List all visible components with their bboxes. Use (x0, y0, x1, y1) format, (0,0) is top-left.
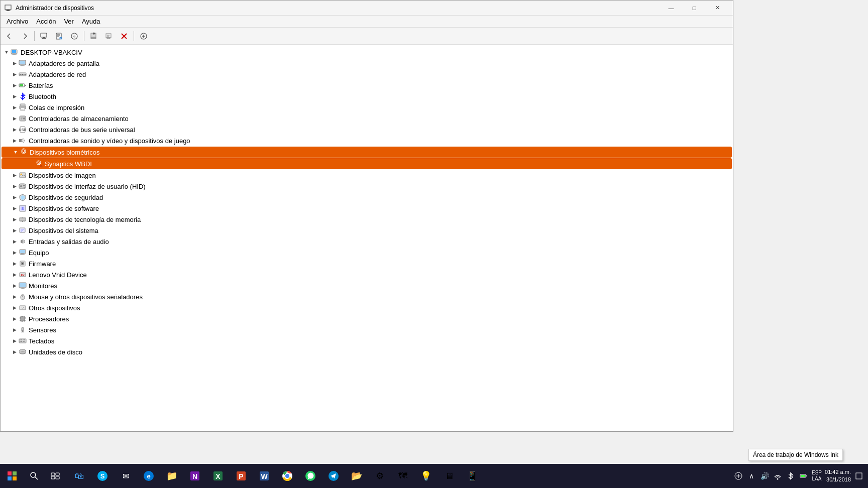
tree-item-synaptics[interactable]: ○ ! Synaptics WBDI (2, 158, 732, 169)
maps-app[interactable]: 🗺 (392, 465, 414, 487)
tree-item[interactable]: ▶ Unidades de disco (1, 346, 733, 357)
tree-item[interactable]: ▶ S Dispositivos de software (1, 203, 733, 214)
item-label: Bluetooth (29, 93, 56, 100)
menu-ayuda[interactable]: Ayuda (78, 17, 104, 26)
svg-point-46 (23, 117, 25, 119)
tree-item-biometrics[interactable]: ▼ Dispositivos biométricos (2, 147, 732, 158)
devmgr-app[interactable]: 🖥 (438, 465, 460, 487)
tree-item[interactable]: ▶ Firmware (1, 258, 733, 269)
help-button[interactable]: ? (67, 30, 81, 43)
tree-item-bluetooth[interactable]: ▶ Bluetooth (1, 91, 733, 102)
tree-item[interactable]: ▶ Controladoras de almacenamiento (1, 113, 733, 124)
update-driver-button[interactable] (87, 30, 101, 43)
excel-app[interactable]: X (207, 465, 229, 487)
forward-button[interactable] (18, 30, 32, 43)
menu-archivo[interactable]: Archivo (3, 17, 32, 26)
svg-rect-117 (20, 341, 21, 342)
security-icon (19, 193, 27, 201)
tree-item[interactable]: ▶ Entradas y salidas de audio (1, 236, 733, 247)
tree-item[interactable]: ▶ (1, 313, 733, 324)
start-button[interactable] (0, 464, 24, 488)
pen-workspace-icon[interactable] (733, 471, 743, 481)
scan-changes-button[interactable] (102, 30, 116, 43)
store-app[interactable]: 🛍 (68, 465, 90, 487)
tree-item[interactable]: ▶ ? Otros dispositivos (1, 302, 733, 313)
item-label: Dispositivos de seguridad (29, 194, 103, 201)
svg-rect-132 (56, 476, 59, 479)
edge-app[interactable]: e (138, 465, 160, 487)
svg-rect-40 (20, 84, 23, 86)
tree-item[interactable]: ▶ Adaptadores de red (1, 69, 733, 80)
powerpoint-app[interactable]: P (230, 465, 252, 487)
files-app[interactable]: 📂 (346, 465, 368, 487)
minimize-button[interactable]: — (660, 1, 683, 16)
svg-rect-3 (41, 33, 47, 37)
toolbar-separator-2 (84, 31, 84, 41)
telegram-app[interactable] (322, 465, 345, 487)
word-app[interactable]: W (253, 465, 275, 487)
tree-item[interactable]: ▶ LV Lenovo Vhid Device (1, 269, 733, 280)
svg-text:P: P (239, 472, 243, 480)
network-icon (19, 70, 27, 78)
tree-item[interactable]: ▶ Colas de impresión (1, 102, 733, 113)
item-label: Colas de impresión (29, 104, 84, 111)
svg-rect-68 (22, 217, 23, 218)
tree-item[interactable]: ▶ Dispositivos del sistema (1, 225, 733, 236)
menu-ver[interactable]: Ver (60, 17, 78, 26)
svg-rect-39 (25, 85, 26, 86)
speaker-icon[interactable]: 🔊 (759, 471, 770, 481)
chrome-app[interactable] (276, 465, 298, 487)
settings-app[interactable]: ⚙ (369, 465, 391, 487)
mail-app[interactable]: ✉ (115, 465, 137, 487)
search-button[interactable] (24, 466, 44, 486)
keyboard-icon (19, 337, 27, 345)
tree-item[interactable]: ▶ USB Controladoras de bus serie univers… (1, 124, 733, 135)
svg-rect-78 (20, 250, 25, 253)
tree-root-item[interactable]: ▼ DESKTOP-VBAKCIV (1, 47, 733, 58)
show-computer-button[interactable] (37, 30, 51, 43)
tree-item[interactable]: ▶ Dispositivos de seguridad (1, 192, 733, 203)
svg-rect-76 (21, 231, 22, 231)
add-legacy-button[interactable] (137, 30, 151, 43)
tree-item[interactable]: ▶ Teclados (1, 335, 733, 346)
onenote-app[interactable]: N (184, 465, 206, 487)
whatsapp-app[interactable] (299, 465, 321, 487)
item-label: Dispositivos biométricos (30, 149, 99, 156)
network-icon[interactable] (773, 471, 783, 481)
language-indicator[interactable]: ESP LAA (812, 470, 822, 482)
tree-item[interactable]: ▶ Adaptadores de pantalla (1, 58, 733, 69)
tree-item[interactable]: ▶ Dispositivos de imagen (1, 170, 733, 181)
maximize-button[interactable]: □ (683, 1, 706, 16)
bluetooth-systray-icon[interactable] (786, 471, 796, 481)
expander: ▶ (11, 103, 19, 111)
chevron-up-icon[interactable]: ∧ (746, 471, 756, 481)
battery-systray-icon[interactable] (799, 471, 809, 481)
svg-rect-62 (23, 185, 25, 186)
tree-item[interactable]: ▶ Dispositivos de interfaz de usuario (H… (1, 181, 733, 192)
expander: ▶ (11, 293, 19, 301)
properties-button[interactable]: i (52, 30, 66, 43)
task-view-button[interactable] (44, 465, 66, 487)
other-app[interactable]: 📱 (461, 465, 483, 487)
close-button[interactable]: ✕ (706, 1, 729, 16)
back-button[interactable] (3, 30, 17, 43)
delete-device-button[interactable] (117, 30, 131, 43)
tree-item[interactable]: ▶ Monitores (1, 280, 733, 291)
skype-app[interactable]: S (91, 465, 114, 487)
tree-item[interactable]: ▶ Mouse y otros dispositivos señaladores (1, 291, 733, 302)
tree-item[interactable]: ▶ Dispositivos de tecnología de memoria (1, 214, 733, 225)
tree-item[interactable]: ▶ Sensores (1, 324, 733, 335)
explorer-app[interactable]: 📁 (161, 465, 183, 487)
tree-item[interactable]: ▶ Controladoras de sonido y vídeo y disp… (1, 135, 733, 146)
image-icon (19, 171, 27, 179)
window-controls: — □ ✕ (660, 1, 729, 16)
expander: ▶ (11, 271, 19, 279)
menu-accion[interactable]: Acción (32, 17, 60, 26)
tree-item[interactable]: ▶ Equipo (1, 247, 733, 258)
expander: ▶ (11, 81, 19, 89)
light-app[interactable]: 💡 (415, 465, 437, 487)
clock[interactable]: 01:42 a.m. 30/1/2018 (825, 468, 851, 484)
show-desktop-button[interactable] (854, 471, 864, 481)
tree-item[interactable]: ▶ Baterías (1, 80, 733, 91)
svg-rect-89 (21, 289, 25, 289)
